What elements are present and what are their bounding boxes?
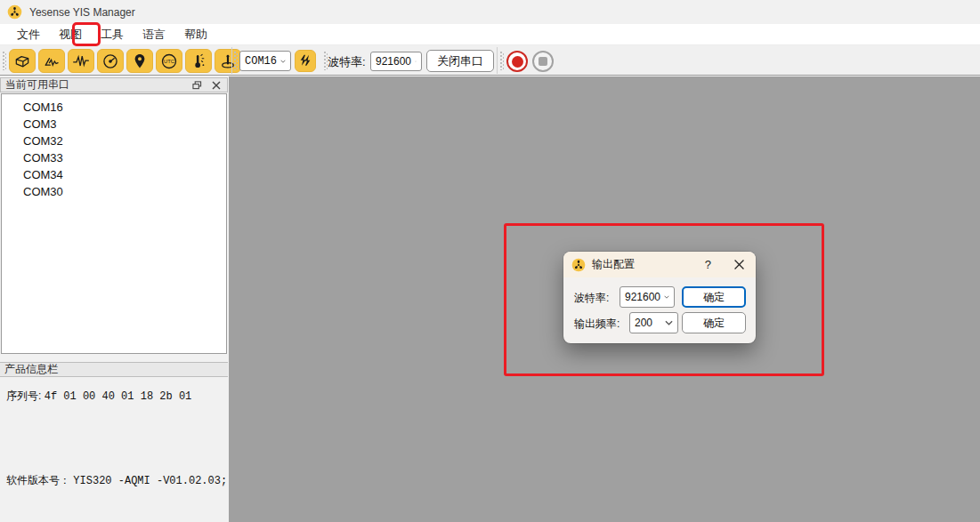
menu-language[interactable]: 语言 [134,25,174,44]
dock-header[interactable]: 当前可用串口 [0,77,228,92]
product-info-bar: 产品信息栏 [0,362,228,377]
port-list-item[interactable]: COM33 [2,149,226,166]
serial-number-value: 4f 01 00 40 01 18 2b 01 [45,390,192,403]
chevron-down-icon [415,59,417,64]
dialog-title: 输出配置 [592,257,701,272]
waveform-icon[interactable] [68,49,94,73]
menu-help[interactable]: 帮助 [176,25,215,44]
baud-rate-config-row: 波特率: 921600 确定 [563,286,756,308]
app-logo-icon [7,4,22,20]
software-version-value: YIS320 -AQMI -V01.02.03; [73,475,227,487]
utc-clock-icon[interactable]: UTC [156,49,182,73]
close-serial-port-button[interactable]: 关闭串口 [426,50,494,72]
dialog-title-bar[interactable]: 输出配置 ? [563,252,756,277]
close-panel-icon[interactable] [210,79,223,91]
serial-number-row: 序列号: 4f 01 00 40 01 18 2b 01 [6,389,191,404]
chevron-down-icon [665,320,673,325]
port-list-item[interactable]: COM3 [2,116,226,133]
dialog-output-rate-select[interactable]: 200 [629,312,678,333]
dock-title: 当前可用串口 [5,77,183,92]
serial-number-label: 序列号: [6,389,41,402]
app-window: Yesense YIS Manager 文件 视图 工具 语言 帮助 [0,0,980,522]
title-bar: Yesense YIS Manager [0,0,980,24]
record-dot-icon [512,56,523,68]
toolbar-separator [497,47,498,74]
toolbar-grip[interactable] [3,52,6,70]
cube-3d-icon[interactable] [9,49,36,73]
output-config-dialog: 输出配置 ? 波特率: 921600 确定 输出频率: 200 确定 [563,252,756,343]
attitude-angle-wave-icon[interactable] [38,49,65,73]
menu-tools[interactable]: 工具 [93,25,132,44]
serial-port-dock-panel: 当前可用串口 COM16 COM3 COM32 COM33 COM34 COM3… [0,76,229,522]
chevron-down-icon [664,294,669,300]
baud-rate-label: 波特率: [328,54,366,70]
close-icon [734,260,744,269]
stop-square-icon [539,57,547,66]
record-button[interactable] [506,51,528,72]
output-rate-config-row: 输出频率: 200 确定 [563,312,756,333]
toolbar-grip[interactable] [234,52,238,70]
location-pin-icon[interactable] [126,49,153,73]
com-port-select[interactable]: COM16 [239,51,291,71]
refresh-ports-button[interactable] [295,50,316,72]
port-list-item[interactable]: COM16 [2,99,226,116]
baud-ok-button[interactable]: 确定 [682,286,746,308]
svg-text:UTC: UTC [164,59,174,64]
software-version-label: 软件版本号： [6,474,70,486]
chevron-down-icon [280,59,286,64]
menu-bar: 文件 视图 工具 语言 帮助 [0,24,980,44]
port-list-item[interactable]: COM32 [2,133,226,149]
port-list-item[interactable]: COM34 [2,166,226,183]
float-panel-icon[interactable] [190,79,203,91]
temperature-icon[interactable] [185,49,212,73]
gauge-icon[interactable] [97,49,124,73]
dialog-baud-label: 波特率: [574,291,609,306]
menu-view[interactable]: 视图 [51,25,90,44]
output-rate-ok-button[interactable]: 确定 [682,312,746,333]
dialog-baud-select[interactable]: 921600 [620,286,675,308]
software-version-row: 软件版本号： YIS320 -AQMI -V01.02.03; [6,473,227,488]
baud-rate-select[interactable]: 921600 [370,52,422,71]
product-info-title: 产品信息栏 [4,362,58,377]
toolbar-grip[interactable] [500,52,504,70]
stop-button[interactable] [532,51,554,72]
port-list-item[interactable]: COM30 [2,183,226,200]
window-title: Yesense YIS Manager [29,6,135,19]
double-lightning-icon [298,53,312,68]
dialog-close-button[interactable] [734,260,744,269]
menu-file[interactable]: 文件 [9,25,48,44]
toolbar: UTC COM16 [0,44,980,76]
dialog-output-rate-label: 输出频率: [574,317,620,332]
available-ports-list: COM16 COM3 COM32 COM33 COM34 COM30 [1,93,227,354]
dialog-help-button[interactable]: ? [701,258,715,271]
dialog-app-icon [571,258,586,272]
toolbar-separator [231,47,232,74]
